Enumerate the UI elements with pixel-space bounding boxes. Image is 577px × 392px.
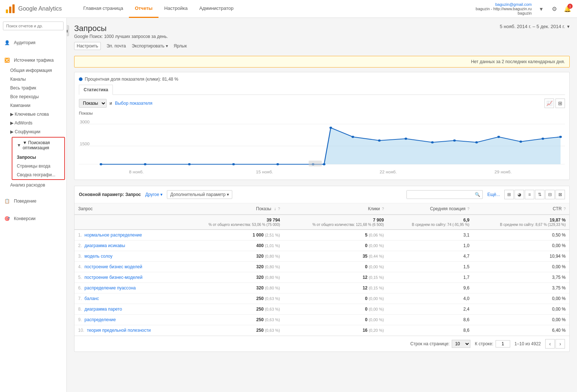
sidebar-item-audience[interactable]: 👤 Аудитория [0,37,66,49]
query-link[interactable]: построение бизнес-моделей [84,275,142,280]
svg-point-26 [559,136,562,138]
sidebar-item-general[interactable]: Общая информация [10,66,66,75]
sidebar-item-landing[interactable]: Страницы входа [17,162,64,170]
table-row: 3. модель солоу 320 (0,80 %) 35 (0,44 %)… [74,251,569,262]
avg-pos-help-icon[interactable]: ? [467,207,470,211]
cell-clicks: 5 (0,06 %) [284,230,387,241]
nav-home[interactable]: Главная страница [77,0,129,18]
query-link[interactable]: распределение пуассона [84,285,135,291]
primary-param-label-text: Основной параметр: [79,192,124,197]
svg-text:1500: 1500 [80,142,89,146]
rows-label: Строк на странице: [410,341,450,346]
line-chart-icon[interactable]: 📈 [544,99,554,108]
sidebar-item-seo[interactable]: ▼ ▼ Поисковая оптимизация [12,138,64,153]
cell-ctr: 0,50 % [473,230,569,241]
shows-help-icon[interactable]: ? [278,207,280,211]
query-link[interactable]: баланс [84,296,99,301]
svg-point-13 [276,163,279,165]
sidebar-item-behavior[interactable]: 📋 Поведение [0,195,66,207]
col-query-label: Запрос [78,206,93,211]
prev-page-button[interactable]: ‹ [545,339,555,349]
account-dropdown-button[interactable]: ▾ [536,4,546,14]
metric-select[interactable]: Показы [79,99,107,108]
col-shows[interactable]: Показы ↓ ? [180,203,283,215]
cell-shows: 250 (0,63 %) [180,325,283,336]
shows-value: 250 [256,307,264,312]
other-param-link[interactable]: Другое ▾ [145,192,163,197]
sidebar-toggle-icon[interactable]: ◀ [67,25,69,36]
table-search-input[interactable] [407,191,473,199]
date-range[interactable]: 5 нояб. 2014 г. – 5 дек. 2014 г. ▾ [500,24,570,29]
shows-pct: (0,63 %) [265,318,280,322]
more-button[interactable]: Ещё... [487,192,500,197]
date-range-dropdown-icon[interactable]: ▾ [567,24,570,29]
sidebar-item-keywords[interactable]: ▶ Ключевые слова [10,110,66,119]
chart-tab-statistics[interactable]: Статистика [79,85,113,95]
ctr-help-icon[interactable]: ? [563,207,566,211]
export-button[interactable]: Экспортировать ▾ [132,43,168,49]
sidebar-item-campaigns[interactable]: Кампании [10,101,66,110]
sidebar-item-traffic[interactable]: 🔀 Источники трафика [0,54,66,66]
pivot-view-button[interactable]: ⊟ [545,190,555,199]
user-email[interactable]: baguzin@gmail.com [476,2,532,7]
chart-container: 3000 1500 [79,117,565,175]
custom-view-button[interactable]: ⊠ [555,190,565,199]
clicks-help-icon[interactable]: ? [382,207,384,211]
add-param-button[interactable]: Дополнительный параметр ▾ [167,190,232,199]
cell-shows: 250 (0,63 %) [180,315,283,325]
search-input[interactable] [3,22,64,30]
query-link[interactable]: теория предельной полезности [87,328,151,333]
shows-pct: (0,63 %) [265,296,280,301]
cell-shows: 320 (0,80 %) [180,262,283,272]
customize-button[interactable]: Настроить [74,42,101,50]
settings-icon[interactable]: ⚙ [549,4,559,14]
cell-query: 7. баланс [74,293,180,304]
email-button[interactable]: Эл. почта [107,43,126,49]
bar-chart-icon[interactable]: ⊞ [555,99,565,108]
sidebar-item-adwords[interactable]: ▶ AdWords [10,119,66,127]
query-link[interactable]: диаграмма парето [84,307,122,312]
notifications-icon[interactable]: 🔔 1 [562,4,573,14]
chart-controls: Показы и Выбор показателя 📈 ⊞ [79,99,565,108]
clicks-value: 12 [363,285,367,291]
query-link[interactable]: построение бизнес моделей [84,264,142,269]
col-query: Запрос [74,203,180,215]
grid-view-button[interactable]: ⊞ [504,190,514,199]
sidebar-item-queries[interactable]: Запросы [17,153,64,162]
pie-view-button[interactable]: ◕ [515,190,524,199]
sidebar-item-all-traffic[interactable]: Весь трафик [10,84,66,92]
chart-svg: 3000 1500 [79,117,565,175]
clicks-value: 0 [365,243,368,248]
compare-view-button[interactable]: ⇅ [535,190,544,199]
list-view-button[interactable]: ≡ [525,190,534,199]
query-link[interactable]: модель солоу [84,254,112,259]
sidebar-item-all-referrals[interactable]: Все переходы [10,92,66,101]
seo-triangle-icon: ▼ [17,143,21,148]
metric-selector-link[interactable]: Выбор показателя [115,101,152,106]
query-link[interactable]: распределение [84,317,116,322]
nav-settings[interactable]: Настройка [158,0,194,18]
sidebar-item-conversions[interactable]: 🎯 Конверсии [0,213,66,224]
svg-point-10 [144,163,146,165]
cell-shows: 400 (1,01 %) [180,241,283,251]
cell-query: 3. модель солоу [74,251,180,262]
query-link[interactable]: диаграмма исикавы [84,243,125,248]
svg-text:3000: 3000 [80,120,89,124]
sidebar-item-expenses[interactable]: Анализ расходов [10,181,66,189]
rows-select[interactable]: 10 25 50 100 [452,340,470,348]
sidebar-item-geo[interactable]: Сводка географи... [17,170,64,179]
query-link[interactable]: нормальное распределение [84,232,142,238]
nav-admin[interactable]: Администратор [194,0,240,18]
table-search-icon[interactable]: 🔍 [473,191,482,199]
page-input[interactable] [496,340,510,347]
sidebar-section-traffic: 🔀 Источники трафика Общая информация Кан… [0,51,66,192]
label-button[interactable]: Ярлык [174,43,187,49]
row-number: 3. [78,254,82,259]
ctr-value: 3,75 % [552,285,566,291]
row-number: 10. [78,328,84,333]
sidebar-item-channels[interactable]: Каналы [10,75,66,84]
next-page-button[interactable]: › [555,339,565,349]
sidebar-item-social[interactable]: ▶ Соцфункции [10,127,66,136]
shows-pct: (2,51 %) [265,233,280,237]
nav-reports[interactable]: Отчеты [129,0,158,18]
